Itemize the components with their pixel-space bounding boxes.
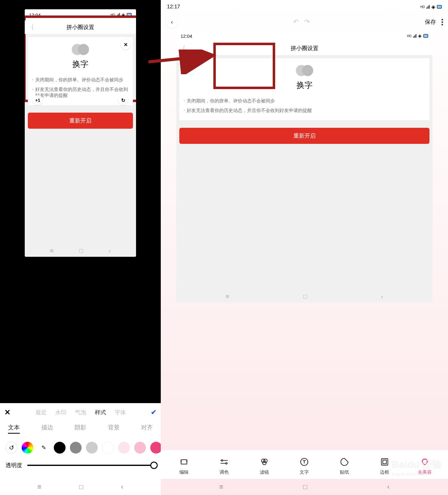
menu-icon[interactable]: ≡	[50, 247, 54, 254]
subtab-align[interactable]: 对齐	[141, 424, 153, 434]
header-title: 拼小圈设置	[66, 24, 94, 31]
back-button[interactable]: ‹	[166, 16, 178, 28]
color-pink[interactable]	[134, 442, 146, 454]
back-nav-icon[interactable]: ‹	[109, 247, 111, 254]
filter-icon	[259, 457, 269, 467]
phone-nav-r: ≡ □ ‹	[176, 290, 433, 303]
tab-style[interactable]: 样式	[95, 409, 106, 416]
home-icon[interactable]: □	[79, 247, 83, 254]
info-text-2: 好友无法查看你的历史动态，并且你不会收到好友申请的提醒	[31, 85, 130, 100]
editor-toolbar: ‹ ↶ ↷ 保存	[161, 14, 448, 30]
tool-beauty[interactable]: 去美容	[416, 457, 434, 475]
confirm-button[interactable]: ✔	[151, 408, 156, 416]
sys-home-icon-r[interactable]: □	[303, 483, 307, 491]
text-overlay-r: 换字	[182, 80, 426, 91]
more-menu-icon[interactable]	[442, 19, 443, 25]
subtab-background[interactable]: 背景	[108, 424, 120, 434]
settings-card-r: 换字 关闭期间，你的拼单、评价动态不会被同步 好友无法查看你的历史动态，并且你不…	[179, 58, 429, 120]
subtab-stroke[interactable]: 描边	[41, 424, 53, 434]
subtab-shadow[interactable]: 阴影	[75, 424, 86, 434]
system-nav-left: ≡ □ ‹	[0, 479, 161, 495]
color-wheel-icon[interactable]	[22, 442, 33, 454]
back-nav-icon-r[interactable]: ‹	[381, 293, 383, 300]
bottom-toolbar: 编辑 调色 滤镜 文字 贴纸 边框 去美容	[161, 450, 448, 479]
tool-sticker[interactable]: 贴纸	[335, 457, 354, 475]
color-gray[interactable]	[70, 442, 82, 454]
logo-icon	[31, 43, 130, 56]
sys-menu-icon-r[interactable]: ≡	[219, 483, 223, 491]
color-swatches: ↺ ✎	[4, 437, 156, 457]
text-icon	[299, 457, 309, 467]
tool-filter[interactable]: 滤镜	[255, 457, 274, 475]
tab-font[interactable]: 字体	[115, 409, 126, 416]
main-tabs: 最近 水印 气泡 样式 字体	[36, 409, 126, 416]
subtab-text[interactable]: 文本	[8, 424, 20, 434]
status-icons: HD ◈ 60	[111, 12, 132, 18]
header-title-r: 拼小圈设置	[291, 45, 318, 52]
status-bar-r: 12:04 HD◈60	[176, 30, 433, 41]
opacity-slider[interactable]	[27, 465, 155, 466]
svg-rect-7	[382, 459, 388, 465]
phone-nav: ≡ □ ‹	[25, 244, 136, 257]
menu-icon-r[interactable]: ≡	[226, 293, 229, 300]
sys-back-icon-r[interactable]: ‹	[387, 483, 389, 491]
tab-recent[interactable]: 最近	[36, 409, 47, 416]
system-nav-right: ≡ □ ‹	[161, 479, 448, 495]
tool-text[interactable]: 文字	[295, 457, 314, 475]
redo-icon[interactable]: ↷	[304, 18, 310, 26]
editor-canvas: 12:04 HD ◈ 60 〈 拼小圈设置 ✕ 换字 关闭期间，你的拼单、评价动…	[0, 0, 161, 403]
text-editor-panel: ✕ 最近 水印 气泡 样式 字体 ✔ 文本 描边 阴影 背景 对齐 ↺ ✎	[0, 403, 161, 479]
frame-icon	[380, 457, 390, 467]
tab-bubble[interactable]: 气泡	[75, 409, 86, 416]
color-pink-light[interactable]	[118, 442, 130, 454]
page-header-r: 〈 拼小圈设置	[176, 41, 433, 55]
sys-back-icon[interactable]: ‹	[121, 483, 123, 491]
restart-button-r[interactable]: 重新开启	[179, 128, 429, 144]
tool-frame[interactable]: 边框	[375, 457, 394, 475]
tune-icon	[219, 457, 229, 467]
close-button[interactable]: ✕	[121, 40, 130, 50]
device-status-bar: 12:17 HD ◈ 60	[161, 0, 448, 14]
plus-one-badge[interactable]: +1	[33, 95, 43, 105]
home-icon-r[interactable]: □	[303, 293, 307, 300]
reset-color-icon[interactable]: ↺	[6, 442, 17, 454]
tab-watermark[interactable]: 水印	[55, 409, 66, 416]
phone-preview-left: 12:04 HD ◈ 60 〈 拼小圈设置 ✕ 换字 关闭期间，你的拼单、评价动…	[25, 9, 136, 257]
back-icon[interactable]: 〈	[30, 23, 33, 32]
preview-canvas: 12:04 HD◈60 〈 拼小圈设置 换字 关闭期间，你的拼单、评价动态不会被…	[161, 30, 448, 450]
sys-home-icon[interactable]: □	[79, 483, 83, 491]
style-subtabs: 文本 描边 阴影 背景 对齐	[4, 420, 156, 437]
undo-icon[interactable]: ↶	[293, 18, 299, 26]
sys-menu-icon[interactable]: ≡	[37, 483, 41, 491]
back-icon-r[interactable]: 〈	[181, 44, 185, 53]
device-time: 12:17	[167, 4, 180, 10]
text-overlay[interactable]: 换字	[31, 59, 130, 70]
opacity-control: 透明度	[4, 457, 156, 476]
restart-button[interactable]: 重新开启	[28, 113, 133, 129]
svg-rect-0	[181, 460, 187, 464]
crop-icon	[179, 457, 189, 467]
phone-preview-right: 12:04 HD◈60 〈 拼小圈设置 换字 关闭期间，你的拼单、评价动态不会被…	[176, 30, 433, 303]
color-hotpink[interactable]	[150, 442, 162, 454]
svg-rect-8	[383, 460, 386, 464]
svg-point-5	[262, 461, 266, 465]
settings-card: ✕ 换字 关闭期间，你的拼单、评价动态不会被同步 好友无法查看你的历史动态，并且…	[28, 37, 133, 105]
eyedropper-icon[interactable]: ✎	[38, 442, 49, 454]
color-lightgray[interactable]	[86, 442, 98, 454]
tool-color[interactable]: 调色	[215, 457, 233, 475]
status-time-r: 12:04	[181, 33, 192, 39]
status-bar: 12:04 HD ◈ 60	[25, 9, 136, 20]
svg-point-2	[225, 463, 227, 464]
opacity-label: 透明度	[6, 462, 22, 469]
color-white[interactable]	[102, 442, 114, 454]
info-text-1: 关闭期间，你的拼单、评价动态不会被同步	[31, 75, 130, 85]
refresh-icon[interactable]: ↻	[118, 95, 128, 105]
color-black[interactable]	[54, 442, 66, 454]
logo-icon-r	[182, 64, 426, 77]
save-button[interactable]: 保存	[425, 18, 436, 26]
slider-knob[interactable]	[150, 462, 158, 469]
tool-edit[interactable]: 编辑	[175, 457, 193, 475]
status-time: 12:04	[29, 12, 41, 18]
info-text-1-r: 关闭期间，你的拼单、评价动态不会被同步	[182, 96, 426, 106]
cancel-button[interactable]: ✕	[4, 408, 11, 417]
